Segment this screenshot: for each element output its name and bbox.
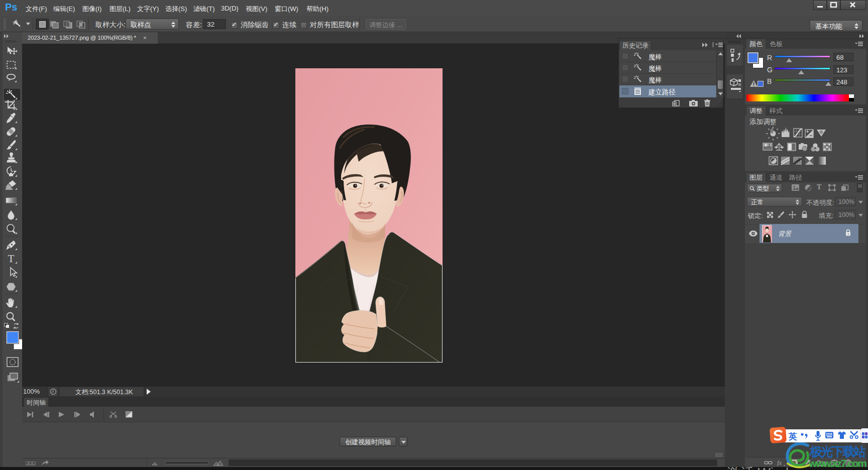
- svg-text:www.xz7.com: www.xz7.com: [808, 457, 867, 469]
- svg-text:T: T: [8, 253, 15, 265]
- svg-text:极光下载站: 极光下载站: [809, 444, 866, 458]
